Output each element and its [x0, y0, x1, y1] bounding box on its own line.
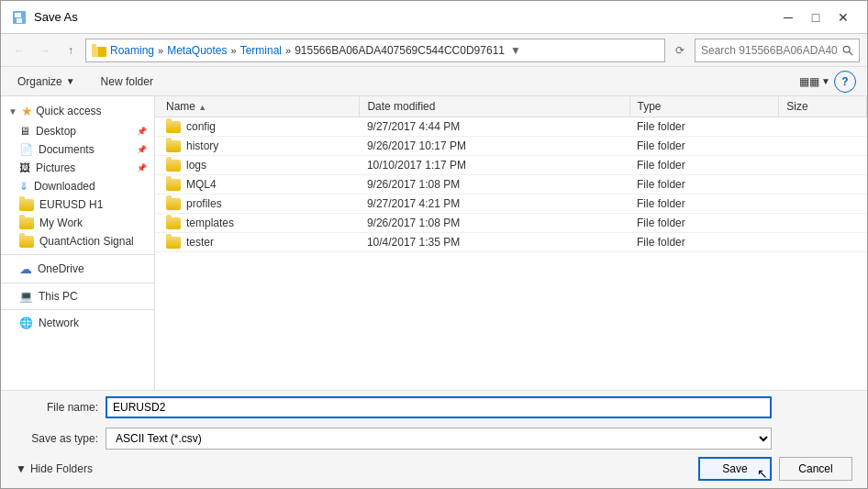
cell-name: logs: [155, 156, 360, 175]
folder-icon: [166, 237, 181, 249]
table-row[interactable]: templates 9/26/2017 1:08 PM File folder: [155, 214, 867, 233]
crumb-terminal[interactable]: Terminal: [240, 44, 282, 57]
table-row[interactable]: logs 10/10/2017 1:17 PM File folder: [155, 156, 867, 175]
cell-type: File folder: [629, 137, 779, 156]
sidebar-item-mywork[interactable]: My Work: [1, 214, 154, 232]
folder-icon: [166, 179, 181, 191]
up-button[interactable]: ↑: [60, 39, 82, 61]
quick-access-section: ▼ ★ Quick access 🖥 Desktop 📌 📄 Documents…: [1, 100, 154, 250]
computer-icon: 💻: [19, 290, 33, 303]
cell-name: templates: [155, 214, 360, 233]
cell-name: MQL4: [155, 175, 360, 194]
crumb-current: 915566BA06ADA407569C544CC0D97611: [295, 44, 505, 57]
folder-icon: [166, 121, 181, 133]
cell-type: File folder: [629, 194, 779, 214]
save-as-type-select[interactable]: ASCII Text (*.csv): [106, 428, 772, 450]
sidebar-item-eurusd[interactable]: EURUSD H1: [1, 195, 154, 214]
documents-icon: 📄: [19, 143, 33, 156]
search-box: [695, 39, 860, 62]
hide-folders-button[interactable]: ▼ Hide Folders: [16, 462, 93, 475]
svg-point-6: [843, 46, 850, 52]
table-row[interactable]: profiles 9/27/2017 4:21 PM File folder: [155, 194, 867, 214]
file-table: Name ▲ Date modified Type Size: [155, 96, 867, 252]
table-row[interactable]: history 9/26/2017 10:17 PM File folder: [155, 137, 867, 156]
sidebar-item-onedrive[interactable]: ☁ OneDrive: [1, 259, 154, 279]
cell-size: [779, 156, 867, 175]
table-row[interactable]: config 9/27/2017 4:44 PM File folder: [155, 117, 867, 137]
cell-name: config: [155, 117, 360, 137]
crumb-metaquotes[interactable]: MetaQuotes: [167, 44, 227, 57]
folder-icon: [166, 198, 181, 210]
cell-date: 9/27/2017 4:44 PM: [360, 117, 629, 137]
search-input[interactable]: [701, 44, 839, 57]
view-button[interactable]: ▦▦ ▼: [799, 75, 830, 88]
svg-rect-1: [15, 13, 21, 17]
sidebar: ▼ ★ Quick access 🖥 Desktop 📌 📄 Documents…: [1, 96, 155, 390]
close-button[interactable]: ✕: [830, 8, 856, 27]
pictures-icon: 🖼: [19, 161, 30, 174]
sidebar-item-thispc[interactable]: 💻 This PC: [1, 287, 154, 306]
filename-row: File name:: [1, 391, 867, 422]
quick-access-header[interactable]: ▼ ★ Quick access: [1, 100, 154, 122]
address-bar: Roaming » MetaQuotes » Terminal » 915566…: [85, 39, 665, 62]
divider: [1, 254, 154, 255]
sidebar-item-desktop[interactable]: 🖥 Desktop 📌: [1, 122, 154, 140]
table-row[interactable]: MQL4 9/26/2017 1:08 PM File folder: [155, 175, 867, 194]
pin-icon: 📌: [137, 145, 147, 154]
action-bar: Organize ▼ New folder ▦▦ ▼ ?: [1, 67, 867, 96]
folder-icon: [19, 236, 34, 248]
cell-type: File folder: [629, 233, 779, 252]
cloud-icon: ☁: [19, 261, 32, 276]
folder-icon: [166, 140, 181, 152]
network-icon: 🌐: [19, 317, 33, 329]
help-button[interactable]: ?: [834, 71, 856, 93]
desktop-icon: 🖥: [19, 125, 30, 138]
file-name-input[interactable]: [106, 396, 772, 418]
new-folder-button[interactable]: New folder: [95, 72, 159, 91]
col-size[interactable]: Size: [779, 96, 867, 117]
sidebar-item-pictures[interactable]: 🖼 Pictures 📌: [1, 159, 154, 177]
col-date[interactable]: Date modified: [360, 96, 629, 117]
sidebar-item-documents[interactable]: 📄 Documents 📌: [1, 140, 154, 159]
col-name[interactable]: Name ▲: [155, 96, 360, 117]
maximize-button[interactable]: □: [803, 8, 829, 27]
folder-icon: [19, 199, 34, 211]
sidebar-item-downloaded[interactable]: ⇓ Downloaded: [1, 177, 154, 195]
svg-rect-5: [92, 44, 96, 48]
title-bar: Save As ─ □ ✕: [1, 1, 867, 34]
save-as-icon: [12, 10, 27, 25]
folder-icon: [166, 160, 181, 172]
minimize-button[interactable]: ─: [775, 8, 801, 27]
cell-size: [779, 137, 867, 156]
svg-rect-2: [17, 18, 22, 23]
navigation-toolbar: ← → ↑ Roaming » MetaQuotes » Terminal » …: [1, 34, 867, 67]
cell-date: 10/4/2017 1:35 PM: [360, 233, 629, 252]
quick-access-icon: ★: [21, 104, 33, 118]
bottom-bar: File name: Save as type: ASCII Text (*.c…: [1, 390, 867, 488]
search-icon: [842, 44, 853, 57]
dialog-title: Save As: [34, 10, 78, 24]
forward-button[interactable]: →: [34, 39, 56, 61]
refresh-button[interactable]: ⟳: [669, 39, 691, 62]
cell-type: File folder: [629, 156, 779, 175]
chevron-down-icon: ▼: [16, 462, 27, 475]
cancel-button[interactable]: Cancel: [779, 457, 852, 481]
cell-size: [779, 233, 867, 252]
svg-line-7: [849, 51, 852, 55]
main-content: ▼ ★ Quick access 🖥 Desktop 📌 📄 Documents…: [1, 96, 867, 390]
organize-button[interactable]: Organize ▼: [12, 72, 81, 91]
cell-date: 9/26/2017 1:08 PM: [360, 175, 629, 194]
sidebar-item-quantaction[interactable]: QuantAction Signal: [1, 232, 154, 250]
save-button[interactable]: Save: [698, 457, 772, 481]
sidebar-item-network[interactable]: 🌐 Network: [1, 314, 154, 332]
cell-type: File folder: [629, 214, 779, 233]
back-button[interactable]: ←: [8, 39, 30, 61]
folder-nav-icon: [92, 44, 106, 57]
col-type[interactable]: Type: [629, 96, 779, 117]
cell-name: profiles: [155, 194, 360, 214]
address-dropdown-button[interactable]: ▼: [508, 39, 523, 61]
cell-date: 9/26/2017 1:08 PM: [360, 214, 629, 233]
crumb-roaming[interactable]: Roaming: [110, 44, 154, 57]
table-row[interactable]: tester 10/4/2017 1:35 PM File folder: [155, 233, 867, 252]
folder-icon: [19, 217, 34, 229]
